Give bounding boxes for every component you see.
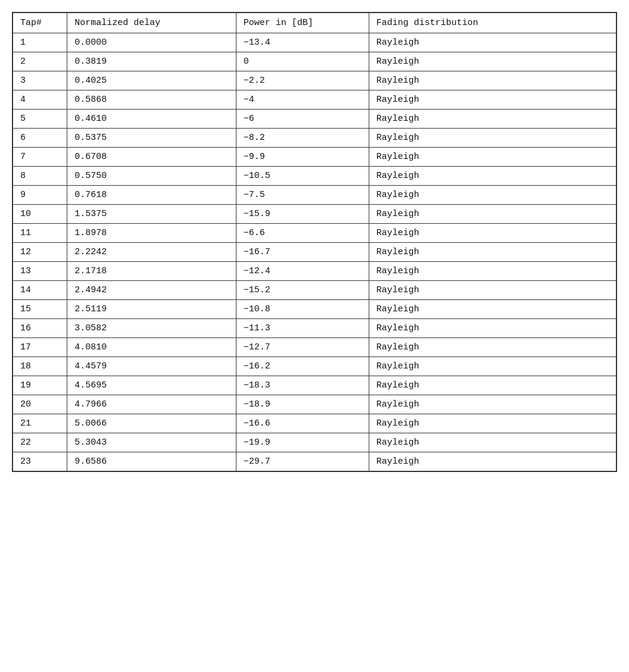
table-row: 122.2242−16.7Rayleigh xyxy=(13,243,616,262)
cell-tap: 5 xyxy=(13,110,67,129)
table-row: 40.5868−4Rayleigh xyxy=(13,90,616,110)
cell-fading: Rayleigh xyxy=(369,243,616,262)
cell-fading: Rayleigh xyxy=(369,90,616,110)
cell-tap: 22 xyxy=(13,433,67,452)
cell-delay: 4.0810 xyxy=(67,338,236,357)
cell-fading: Rayleigh xyxy=(369,224,616,243)
cell-tap: 14 xyxy=(13,281,67,300)
cell-power: −13.4 xyxy=(236,33,369,52)
cell-tap: 16 xyxy=(13,319,67,338)
cell-delay: 4.5695 xyxy=(67,376,236,395)
table-row: 174.0810−12.7Rayleigh xyxy=(13,338,616,357)
cell-fading: Rayleigh xyxy=(369,376,616,395)
table-row: 184.4579−16.2Rayleigh xyxy=(13,357,616,376)
cell-fading: Rayleigh xyxy=(369,71,616,90)
cell-tap: 17 xyxy=(13,338,67,357)
cell-power: −16.6 xyxy=(236,414,369,433)
cell-power: −15.9 xyxy=(236,205,369,224)
table-header-row: Tap# Normalized delay Power in [dB] Fadi… xyxy=(13,13,616,33)
table-row: 204.7966−18.9Rayleigh xyxy=(13,395,616,414)
cell-fading: Rayleigh xyxy=(369,33,616,52)
cell-delay: 2.5119 xyxy=(67,300,236,319)
cell-delay: 0.5750 xyxy=(67,167,236,186)
cell-fading: Rayleigh xyxy=(369,205,616,224)
cell-power: −18.9 xyxy=(236,395,369,414)
cell-delay: 0.3819 xyxy=(67,52,236,71)
cell-tap: 18 xyxy=(13,357,67,376)
cell-fading: Rayleigh xyxy=(369,52,616,71)
header-tap: Tap# xyxy=(13,13,67,33)
cell-power: −10.5 xyxy=(236,167,369,186)
cell-tap: 4 xyxy=(13,90,67,110)
cell-tap: 2 xyxy=(13,52,67,71)
cell-tap: 12 xyxy=(13,243,67,262)
cell-tap: 11 xyxy=(13,224,67,243)
cell-delay: 0.5375 xyxy=(67,129,236,148)
cell-power: −12.7 xyxy=(236,338,369,357)
cell-tap: 15 xyxy=(13,300,67,319)
table-row: 111.8978−6.6Rayleigh xyxy=(13,224,616,243)
table-row: 80.5750−10.5Rayleigh xyxy=(13,167,616,186)
table-row: 163.0582−11.3Rayleigh xyxy=(13,319,616,338)
table-row: 152.5119−10.8Rayleigh xyxy=(13,300,616,319)
cell-delay: 2.4942 xyxy=(67,281,236,300)
cell-tap: 3 xyxy=(13,71,67,90)
cell-delay: 0.5868 xyxy=(67,90,236,110)
table-row: 70.6708−9.9Rayleigh xyxy=(13,148,616,167)
cell-tap: 10 xyxy=(13,205,67,224)
cell-delay: 4.4579 xyxy=(67,357,236,376)
cell-delay: 5.0066 xyxy=(67,414,236,433)
cell-delay: 9.6586 xyxy=(67,452,236,471)
cell-power: −16.7 xyxy=(236,243,369,262)
cell-fading: Rayleigh xyxy=(369,414,616,433)
cell-power: −11.3 xyxy=(236,319,369,338)
cell-tap: 23 xyxy=(13,452,67,471)
table-row: 225.3043−19.9Rayleigh xyxy=(13,433,616,452)
header-delay: Normalized delay xyxy=(67,13,236,33)
cell-power: −4 xyxy=(236,90,369,110)
table-row: 90.7618−7.5Rayleigh xyxy=(13,186,616,205)
cell-fading: Rayleigh xyxy=(369,300,616,319)
cell-tap: 20 xyxy=(13,395,67,414)
cell-power: −2.2 xyxy=(236,71,369,90)
cell-fading: Rayleigh xyxy=(369,129,616,148)
table-row: 10.0000−13.4Rayleigh xyxy=(13,33,616,52)
cell-tap: 21 xyxy=(13,414,67,433)
cell-fading: Rayleigh xyxy=(369,433,616,452)
cell-power: −8.2 xyxy=(236,129,369,148)
cell-power: −29.7 xyxy=(236,452,369,471)
table-row: 215.0066−16.6Rayleigh xyxy=(13,414,616,433)
cell-delay: 0.4025 xyxy=(67,71,236,90)
channel-table: Tap# Normalized delay Power in [dB] Fadi… xyxy=(13,12,616,471)
cell-fading: Rayleigh xyxy=(369,148,616,167)
cell-delay: 5.3043 xyxy=(67,433,236,452)
cell-tap: 1 xyxy=(13,33,67,52)
table-row: 50.4610−6Rayleigh xyxy=(13,110,616,129)
cell-fading: Rayleigh xyxy=(369,186,616,205)
cell-delay: 2.2242 xyxy=(67,243,236,262)
cell-tap: 6 xyxy=(13,129,67,148)
cell-fading: Rayleigh xyxy=(369,281,616,300)
table-container: Tap# Normalized delay Power in [dB] Fadi… xyxy=(12,12,617,472)
cell-delay: 4.7966 xyxy=(67,395,236,414)
cell-delay: 3.0582 xyxy=(67,319,236,338)
cell-fading: Rayleigh xyxy=(369,262,616,281)
cell-tap: 7 xyxy=(13,148,67,167)
cell-power: −15.2 xyxy=(236,281,369,300)
cell-delay: 2.1718 xyxy=(67,262,236,281)
cell-power: −16.2 xyxy=(236,357,369,376)
header-fading: Fading distribution xyxy=(369,13,616,33)
cell-fading: Rayleigh xyxy=(369,167,616,186)
cell-power: −10.8 xyxy=(236,300,369,319)
table-row: 194.5695−18.3Rayleigh xyxy=(13,376,616,395)
table-row: 30.4025−2.2Rayleigh xyxy=(13,71,616,90)
cell-power: −6 xyxy=(236,110,369,129)
cell-power: −19.9 xyxy=(236,433,369,452)
cell-power: −9.9 xyxy=(236,148,369,167)
table-row: 132.1718−12.4Rayleigh xyxy=(13,262,616,281)
cell-power: −7.5 xyxy=(236,186,369,205)
cell-power: −12.4 xyxy=(236,262,369,281)
cell-power: 0 xyxy=(236,52,369,71)
cell-fading: Rayleigh xyxy=(369,319,616,338)
table-row: 239.6586−29.7Rayleigh xyxy=(13,452,616,471)
